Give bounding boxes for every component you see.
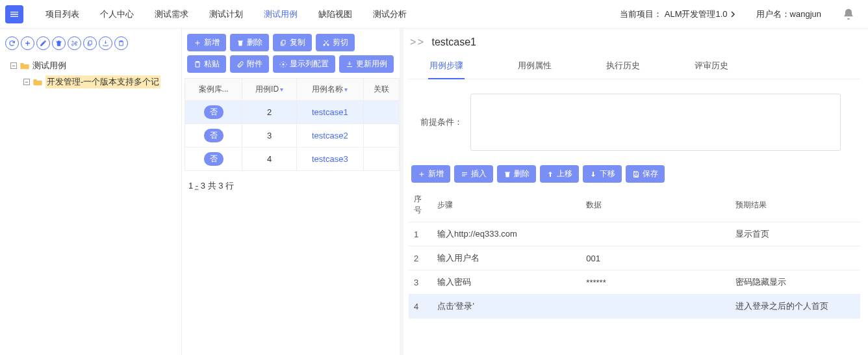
col-data: 数据 bbox=[581, 188, 730, 222]
nav-item[interactable]: 测试分析 bbox=[373, 6, 407, 23]
user-display: 用户名：wangjun bbox=[756, 8, 821, 20]
tab[interactable]: 评审历史 bbox=[693, 55, 730, 79]
project-label: 当前项目： bbox=[620, 8, 662, 20]
detail-tabs: 用例步骤用例属性执行历史评审历史 bbox=[409, 55, 860, 79]
tab[interactable]: 用例步骤 bbox=[428, 55, 465, 79]
collapse-icon[interactable]: − bbox=[23, 79, 30, 85]
copy-button[interactable]: 复制 bbox=[273, 34, 312, 51]
filter-icon[interactable]: ▾ bbox=[280, 86, 283, 93]
project-selector[interactable]: 当前项目：ALM开发管理1.0 bbox=[620, 8, 735, 20]
project-name: ALM开发管理1.0 bbox=[665, 8, 728, 20]
nav-item[interactable]: 缺陷视图 bbox=[318, 6, 352, 23]
step-data[interactable] bbox=[581, 222, 730, 246]
lib-badge: 否 bbox=[204, 129, 223, 142]
case-name-link[interactable]: testcase1 bbox=[312, 107, 348, 117]
breadcrumb: > > testcase1 bbox=[409, 34, 860, 55]
col-lib[interactable]: 案例库... bbox=[185, 79, 242, 101]
table-row[interactable]: 否 2 testcase1 bbox=[185, 101, 400, 124]
precondition-input[interactable] bbox=[470, 94, 841, 151]
step-data[interactable] bbox=[581, 295, 730, 319]
chevron-right-icon bbox=[730, 10, 735, 18]
detail-panel: > > testcase1 用例步骤用例属性执行历史评审历史 前提条件： 新增 … bbox=[400, 29, 868, 355]
col-sn: 序号 bbox=[409, 188, 432, 222]
delete-button[interactable]: 删除 bbox=[230, 34, 269, 51]
col-rel[interactable]: 关联 bbox=[363, 79, 399, 101]
svg-point-2 bbox=[283, 63, 285, 65]
case-table: 案例库... 用例ID▾ 用例名称▾ 关联 否 2 testcase1 否 3 … bbox=[185, 78, 400, 171]
col-expect: 预期结果 bbox=[730, 188, 860, 222]
menu-toggle-button[interactable] bbox=[5, 5, 23, 23]
nav-item[interactable]: 测试计划 bbox=[209, 6, 243, 23]
step-expect[interactable]: 显示首页 bbox=[730, 222, 860, 246]
nav-item[interactable]: 项目列表 bbox=[45, 6, 79, 23]
step-row[interactable]: 4 点击'登录' 进入登录之后的个人首页 bbox=[409, 295, 860, 319]
step-insert-button[interactable]: 插入 bbox=[454, 165, 493, 183]
paste-icon[interactable] bbox=[114, 36, 128, 50]
collapse-icon[interactable]: − bbox=[10, 62, 17, 69]
menu-icon bbox=[9, 9, 19, 20]
case-name-link[interactable]: testcase3 bbox=[312, 154, 348, 164]
step-save-button[interactable]: 保存 bbox=[626, 165, 665, 183]
step-expect[interactable]: 进入登录之后的个人首页 bbox=[730, 295, 860, 319]
step-text[interactable]: 输入密码 bbox=[432, 270, 581, 295]
step-add-button[interactable]: 新增 bbox=[411, 165, 450, 183]
attach-button[interactable]: 附件 bbox=[230, 55, 269, 73]
edit-icon[interactable] bbox=[36, 36, 50, 50]
steps-table: 序号 步骤 数据 预期结果 1 输入http://eq333.com 显示首页2… bbox=[409, 188, 860, 319]
step-data[interactable]: ****** bbox=[581, 270, 730, 295]
refresh-icon[interactable] bbox=[5, 36, 19, 50]
precondition-row: 前提条件： bbox=[409, 79, 860, 165]
tree-child[interactable]: − 开发管理-一个版本支持多个记 bbox=[5, 73, 176, 90]
step-text[interactable]: 输入用户名 bbox=[432, 246, 581, 270]
tree-panel: − 测试用例 − 开发管理-一个版本支持多个记 bbox=[0, 29, 182, 355]
tree: − 测试用例 − 开发管理-一个版本支持多个记 bbox=[3, 53, 179, 96]
col-name[interactable]: 用例名称▾ bbox=[296, 79, 363, 101]
add-icon[interactable] bbox=[21, 36, 34, 50]
case-name-link[interactable]: testcase2 bbox=[312, 131, 348, 140]
step-delete-button[interactable]: 删除 bbox=[497, 165, 536, 183]
copy-icon[interactable] bbox=[83, 36, 97, 50]
refresh-cases-button[interactable]: 更新用例 bbox=[339, 55, 394, 73]
header-right: 当前项目：ALM开发管理1.0 用户名：wangjun bbox=[620, 8, 863, 21]
tab[interactable]: 执行历史 bbox=[605, 55, 641, 79]
step-down-button[interactable]: 下移 bbox=[583, 165, 622, 183]
step-text[interactable]: 点击'登录' bbox=[432, 295, 581, 319]
step-row[interactable]: 1 输入http://eq333.com 显示首页 bbox=[409, 222, 860, 246]
nav: 项目列表个人中心测试需求测试计划测试用例缺陷视图测试分析 bbox=[39, 6, 620, 23]
folder-icon bbox=[32, 77, 43, 86]
col-id[interactable]: 用例ID▾ bbox=[242, 79, 297, 101]
tree-root[interactable]: − 测试用例 bbox=[5, 58, 176, 73]
step-expect[interactable] bbox=[730, 246, 860, 270]
cut-button[interactable]: 剪切 bbox=[316, 34, 355, 51]
tab[interactable]: 用例属性 bbox=[517, 55, 553, 79]
cut-icon[interactable] bbox=[68, 36, 81, 50]
paste-button[interactable]: 粘贴 bbox=[187, 55, 226, 73]
nav-item[interactable]: 测试需求 bbox=[155, 6, 188, 23]
tree-toolbar bbox=[3, 34, 179, 53]
step-expect[interactable]: 密码隐藏显示 bbox=[730, 270, 860, 295]
nav-item[interactable]: 个人中心 bbox=[100, 6, 134, 23]
case-id: 4 bbox=[242, 148, 297, 171]
precondition-label: 前提条件： bbox=[420, 116, 463, 128]
step-sn: 1 bbox=[409, 222, 432, 246]
steps-toolbar: 新增 插入 删除 上移 下移 保存 bbox=[409, 165, 860, 188]
import-icon[interactable] bbox=[99, 36, 112, 50]
bell-icon[interactable] bbox=[842, 8, 855, 21]
step-sn: 2 bbox=[409, 246, 432, 270]
add-button[interactable]: 新增 bbox=[187, 34, 226, 51]
step-sn: 3 bbox=[409, 270, 432, 295]
step-up-button[interactable]: 上移 bbox=[540, 165, 579, 183]
lib-badge: 否 bbox=[204, 105, 223, 119]
step-data[interactable]: 001 bbox=[581, 246, 730, 270]
case-id: 3 bbox=[242, 124, 297, 148]
delete-icon[interactable] bbox=[52, 36, 66, 50]
table-row[interactable]: 否 3 testcase2 bbox=[185, 124, 400, 148]
table-row[interactable]: 否 4 testcase3 bbox=[185, 148, 400, 171]
step-row[interactable]: 3 输入密码 ****** 密码隐藏显示 bbox=[409, 270, 860, 295]
step-row[interactable]: 2 输入用户名 001 bbox=[409, 246, 860, 270]
filter-icon[interactable]: ▾ bbox=[344, 86, 348, 93]
nav-item[interactable]: 测试用例 bbox=[264, 6, 298, 23]
case-toolbar: 新增 删除 复制 剪切 粘贴 附件 显示列配置 更新用例 bbox=[185, 34, 400, 78]
columns-button[interactable]: 显示列配置 bbox=[273, 55, 335, 73]
step-text[interactable]: 输入http://eq333.com bbox=[432, 222, 581, 246]
